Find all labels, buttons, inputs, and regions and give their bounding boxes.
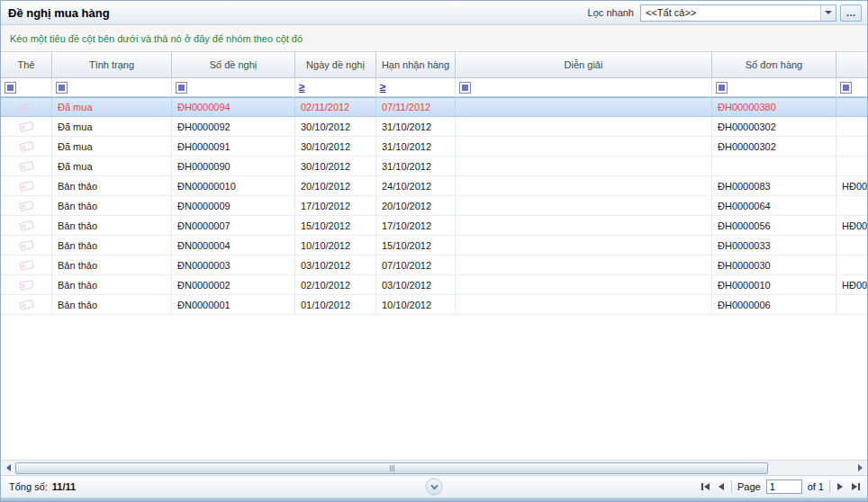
gte-operator-icon[interactable]: ≥ (299, 83, 305, 92)
column-header-order_no[interactable]: Số đơn hàng (712, 52, 836, 78)
horizontal-scrollbar[interactable] (1, 460, 867, 475)
scroll-right-button[interactable] (855, 462, 864, 474)
cell-order_no: ĐH0000030 (712, 255, 836, 275)
tag-icon (17, 219, 35, 232)
table-row[interactable]: Bản thảoĐN000000202/10/201203/10/2012ĐH0… (1, 275, 867, 295)
tag-icon (17, 278, 35, 291)
last-page-button[interactable] (850, 481, 862, 492)
column-header-request_no[interactable]: Số đề nghị (172, 52, 295, 78)
record-count: Tổng số:11/11 (9, 481, 76, 492)
cell-due_date: 10/10/2012 (376, 295, 456, 315)
column-header-request_date[interactable]: Ngày đề nghị (295, 52, 376, 78)
cell-status: Bản thảo (52, 176, 172, 196)
cell-description (456, 216, 712, 236)
cell-request_no: ĐN0000003 (172, 255, 295, 275)
table-row[interactable]: Bản thảoĐN000000715/10/201217/10/2012ĐH0… (1, 216, 867, 236)
next-page-icon (837, 483, 843, 490)
arrow-right-icon (858, 464, 863, 471)
cell-status: Đã mua (52, 97, 172, 117)
cell-tag (1, 157, 52, 176)
filter-cell-request_date: ≥ (295, 78, 376, 97)
scrollbar-thumb[interactable] (15, 462, 768, 474)
cell-due_date: 20/10/2012 (376, 196, 456, 216)
quick-filter-value: <<Tất cả>> (641, 5, 820, 21)
cell-extra: HĐ00 (836, 176, 868, 196)
cell-status: Đã mua (52, 157, 172, 176)
cell-description (456, 157, 712, 176)
column-header-tag[interactable]: Thẻ (1, 52, 52, 78)
cell-request_date: 30/10/2012 (295, 117, 376, 137)
filter-more-button[interactable]: … (840, 4, 862, 22)
cell-order_no: ĐH00000380 (712, 97, 836, 117)
filter-cell-status (52, 78, 172, 97)
pager-separator (829, 480, 830, 493)
last-page-icon (852, 483, 857, 490)
quick-filter-dropdown-button[interactable] (820, 5, 836, 21)
previous-page-button[interactable] (717, 481, 726, 492)
filter-box-icon[interactable] (56, 82, 68, 94)
cell-due_date: 31/10/2012 (376, 117, 456, 137)
page-number-input[interactable] (766, 480, 802, 494)
table-row[interactable]: Bản thảoĐN000000101/10/201210/10/2012ĐH0… (1, 295, 867, 315)
cell-description (456, 255, 712, 275)
cell-due_date: 17/10/2012 (376, 216, 456, 236)
table-row[interactable]: Bản thảoĐN000000917/10/201220/10/2012ĐH0… (1, 196, 867, 216)
title-bar: Đề nghị mua hàng Lọc nhanh <<Tất cả>> … (1, 1, 867, 25)
filter-box-icon[interactable] (5, 82, 16, 94)
column-header-extra[interactable] (836, 52, 868, 78)
quick-filter-combobox[interactable]: <<Tất cả>> (640, 4, 836, 22)
filter-box-icon[interactable] (716, 82, 728, 94)
cell-extra (836, 97, 868, 117)
cell-description (456, 236, 712, 255)
page-label: Page (737, 481, 761, 492)
cell-request_date: 30/10/2012 (295, 137, 376, 157)
table-row[interactable]: Bản thảoĐN000000303/10/201207/10/2012ĐH0… (1, 255, 867, 275)
filter-box-icon[interactable] (176, 82, 187, 94)
scroll-left-button[interactable] (4, 462, 13, 474)
grid-empty-area (1, 315, 867, 460)
column-header-due_date[interactable]: Hạn nhận hàng (376, 52, 456, 78)
cell-extra (836, 196, 868, 216)
table-row[interactable]: Đã muaĐH000009230/10/201231/10/2012ĐH000… (1, 117, 867, 137)
cell-tag (1, 117, 52, 137)
column-header-description[interactable]: Diễn giải (456, 52, 712, 78)
gte-operator-icon[interactable]: ≥ (380, 83, 386, 92)
column-header-status[interactable]: Tình trạng (52, 52, 172, 78)
total-label: Tổng số: (9, 481, 48, 492)
cell-tag (1, 275, 52, 295)
group-by-panel[interactable]: Kéo một tiêu đề cột bên dưới và thả nó ở… (1, 25, 867, 52)
table-row[interactable]: Đã muaĐH000009130/10/201231/10/2012ĐH000… (1, 137, 867, 157)
tag-icon (17, 159, 35, 173)
table-row[interactable]: Đã muaĐH000009030/10/201231/10/2012 (1, 157, 867, 176)
cell-extra (836, 137, 868, 157)
table-row[interactable]: Đã muaĐH000009402/11/201207/11/2012ĐH000… (1, 97, 867, 117)
tag-icon (17, 139, 35, 153)
cell-extra (836, 295, 868, 315)
cell-tag (1, 137, 52, 157)
cell-extra (836, 255, 868, 275)
first-page-button[interactable] (700, 481, 711, 492)
filter-box-icon[interactable] (459, 82, 471, 94)
cell-due_date: 07/10/2012 (376, 255, 456, 275)
grid-body: Đã muaĐH000009402/11/201207/11/2012ĐH000… (1, 97, 867, 315)
cell-tag (1, 216, 52, 236)
cell-tag (1, 196, 52, 216)
tag-icon (17, 298, 35, 311)
quick-filter-label: Lọc nhanh (588, 7, 640, 18)
pager: Page of 1 (700, 480, 862, 494)
table-row[interactable]: Bản thảoĐN000000410/10/201215/10/2012ĐH0… (1, 236, 867, 255)
cell-order_no: ĐH0000033 (712, 236, 836, 255)
cell-status: Bản thảo (52, 275, 172, 295)
table-row[interactable]: Bản thảoĐN0000001020/10/201224/10/2012ĐH… (1, 176, 867, 196)
filter-box-icon[interactable] (840, 82, 852, 94)
cell-order_no: ĐH00000302 (712, 117, 836, 137)
cell-status: Đã mua (52, 137, 172, 157)
next-page-button[interactable] (836, 481, 845, 492)
cell-status: Bản thảo (52, 216, 172, 236)
cell-status: Bản thảo (52, 196, 172, 216)
cell-description (456, 295, 712, 315)
cell-description (456, 137, 712, 157)
collapse-panel-button[interactable] (426, 479, 443, 496)
tag-icon (17, 199, 35, 212)
grid-filter-row: ≥≥ (1, 78, 867, 97)
